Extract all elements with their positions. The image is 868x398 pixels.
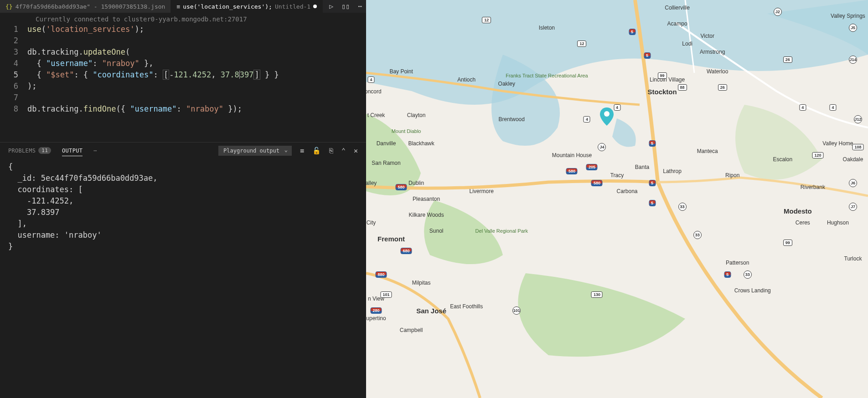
map-city-label: Dublin — [408, 180, 424, 186]
county-shield-icon: 33 — [744, 270, 752, 279]
state-shield-icon: 130 — [591, 291, 603, 298]
map-city-label: Livermore — [470, 188, 494, 194]
state-shield-icon: 12 — [577, 41, 586, 47]
map-city-label: San José — [416, 306, 446, 314]
tab-label: use('location_services'); — [183, 3, 272, 10]
clear-output-icon[interactable]: ⎘ — [329, 147, 333, 155]
code-editor[interactable]: 1use('location_services'); 2 3db.trackin… — [0, 24, 366, 115]
state-shield-icon: 26 — [783, 56, 792, 63]
interstate-shield-icon: 580 — [591, 180, 603, 186]
map-city-label: Riverbank — [801, 184, 825, 190]
map-city-label: Manteca — [697, 148, 718, 154]
connection-status: Currently connected to cluster0-yyarb.mo… — [0, 13, 366, 24]
map-city-label: Isleton — [539, 25, 555, 31]
run-icon[interactable]: ▷ — [329, 2, 333, 10]
map-city-label: Acampo — [667, 20, 687, 27]
county-shield-icon: J7 — [849, 203, 857, 211]
map-city-label: Collierville — [665, 5, 690, 11]
map-city-label: Armstrong — [700, 49, 725, 55]
output-tab[interactable]: OUTPUT — [62, 148, 83, 156]
json-icon: {} — [5, 3, 13, 10]
maximize-panel-icon[interactable]: ⌃ — [341, 147, 346, 155]
map-city-label: alley — [366, 180, 377, 186]
close-panel-icon[interactable]: ✕ — [354, 147, 358, 155]
interstate-shield-icon: 5 — [649, 140, 656, 147]
tab-filename: Untitled-1 — [275, 3, 310, 10]
map-city-label: Crows Landing — [734, 287, 771, 294]
map-view[interactable]: StocktonModestoFremontSan JoséIsletonCol… — [366, 0, 868, 398]
county-shield-icon: J4 — [598, 143, 606, 151]
text-cursor — [239, 71, 240, 79]
interstate-shield-icon: 680 — [401, 248, 412, 254]
county-shield-icon: J12 — [854, 115, 862, 123]
map-city-label: Waterloo — [707, 68, 728, 75]
state-shield-icon: 4 — [829, 104, 836, 111]
map-city-label: Lathrop — [663, 168, 682, 174]
county-shield-icon: J6 — [849, 179, 857, 187]
state-shield-icon: 99 — [658, 72, 667, 79]
map-canvas — [366, 0, 868, 398]
map-city-label: Concord — [366, 88, 382, 95]
map-city-label: Franks Tract State Recreational Area — [506, 73, 588, 78]
line-number: 7 — [0, 92, 27, 103]
state-shield-icon: 4 — [799, 104, 806, 111]
state-shield-icon: 12 — [482, 17, 491, 23]
line-number: 5 — [0, 69, 27, 81]
interstate-shield-icon: 205 — [586, 164, 598, 170]
state-shield-icon: 88 — [678, 84, 687, 91]
line-number: 2 — [0, 35, 27, 46]
interstate-shield-icon: 5 — [649, 200, 656, 206]
line-number: 6 — [0, 81, 27, 92]
list-icon[interactable]: ≡ — [300, 147, 304, 155]
output-content[interactable]: { _id: 5ec44f70fa59d66ba0dd93ae, coordin… — [0, 158, 366, 398]
editor-actions: ▷ ▯▯ ⋯ — [323, 2, 368, 10]
map-city-label: Ripon — [725, 172, 739, 179]
map-city-label: Stockton — [647, 88, 677, 96]
state-shield-icon: 120 — [812, 152, 823, 158]
county-shield-icon: J2 — [774, 8, 782, 16]
state-shield-icon: 4 — [614, 104, 620, 111]
tab-json-result[interactable]: {} 4f70fa59d66ba0dd93ae" - 1590007385138… — [0, 0, 171, 13]
map-city-label: Sunol — [429, 228, 444, 234]
map-city-label: City — [367, 219, 376, 226]
output-channel-select[interactable]: Playground output — [218, 146, 292, 156]
split-editor-icon[interactable]: ▯▯ — [341, 2, 350, 10]
map-city-label: Carbona — [617, 188, 638, 194]
map-city-label: Pleasanton — [413, 196, 440, 202]
map-city-label: Victor — [700, 33, 714, 39]
tab-bar: {} 4f70fa59d66ba0dd93ae" - 1590007385138… — [0, 0, 366, 13]
tab-playground[interactable]: ≡ use('location_services'); Untitled-1 — [171, 0, 323, 13]
map-city-label: Brentwood — [499, 116, 525, 122]
map-city-label: Milpitas — [412, 280, 431, 286]
tab-label: 4f70fa59d66ba0dd93ae" - 1590007385138.js… — [16, 3, 165, 10]
map-city-label: Del Valle Regional Park — [475, 228, 528, 234]
lock-icon[interactable]: 🔓 — [312, 147, 321, 155]
county-shield-icon: J5 — [849, 24, 857, 32]
map-city-label: Blackhawk — [408, 140, 434, 147]
map-city-label: Lodi — [682, 41, 692, 47]
interstate-shield-icon: 280 — [371, 307, 382, 314]
map-city-label: Valley Springs — [831, 13, 865, 19]
line-number: 1 — [0, 24, 27, 35]
map-city-label: East Foothills — [450, 303, 483, 310]
map-city-label: t Creek — [367, 112, 385, 118]
problems-tab[interactable]: PROBLEMS 11 — [8, 147, 51, 154]
map-city-label: Mountain House — [552, 152, 592, 158]
map-city-label: Oakdale — [843, 156, 863, 163]
county-shield-icon: 101 — [512, 306, 521, 315]
interstate-shield-icon: 880 — [376, 271, 387, 278]
map-city-label: Campbell — [400, 327, 423, 333]
map-city-label: Tracy — [610, 172, 624, 179]
map-pin-icon[interactable] — [600, 107, 614, 128]
interstate-shield-icon: 580 — [396, 184, 407, 190]
map-city-label: Mount Diablo — [392, 128, 421, 134]
more-tabs-icon[interactable]: ⋯ — [93, 148, 97, 154]
line-number: 8 — [0, 103, 27, 115]
map-city-label: Kilkare Woods — [409, 212, 444, 218]
state-shield-icon: 99 — [783, 240, 792, 246]
map-city-label: Patterson — [726, 260, 749, 266]
line-number: 3 — [0, 46, 27, 58]
more-actions-icon[interactable]: ⋯ — [358, 2, 362, 10]
map-city-label: Turlock — [844, 255, 862, 262]
file-icon: ≡ — [176, 3, 180, 10]
